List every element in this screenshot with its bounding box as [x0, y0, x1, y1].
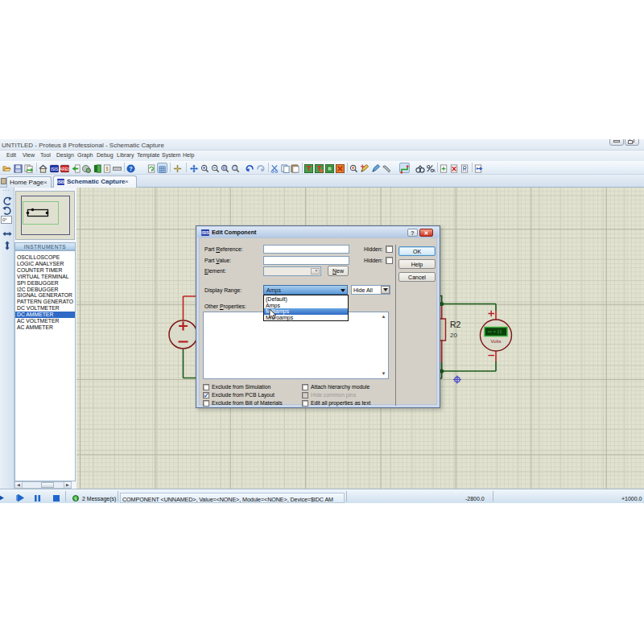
svg-text:20: 20	[450, 332, 457, 339]
svg-text:Volts: Volts	[490, 339, 501, 344]
svg-text:R2: R2	[450, 320, 461, 329]
svg-text:ARES: ARES	[60, 167, 69, 171]
svg-text:$: $	[105, 166, 109, 171]
svg-text:?: ?	[129, 165, 133, 172]
svg-text:A: A	[432, 168, 436, 173]
svg-text:ISIS: ISIS	[51, 167, 59, 171]
